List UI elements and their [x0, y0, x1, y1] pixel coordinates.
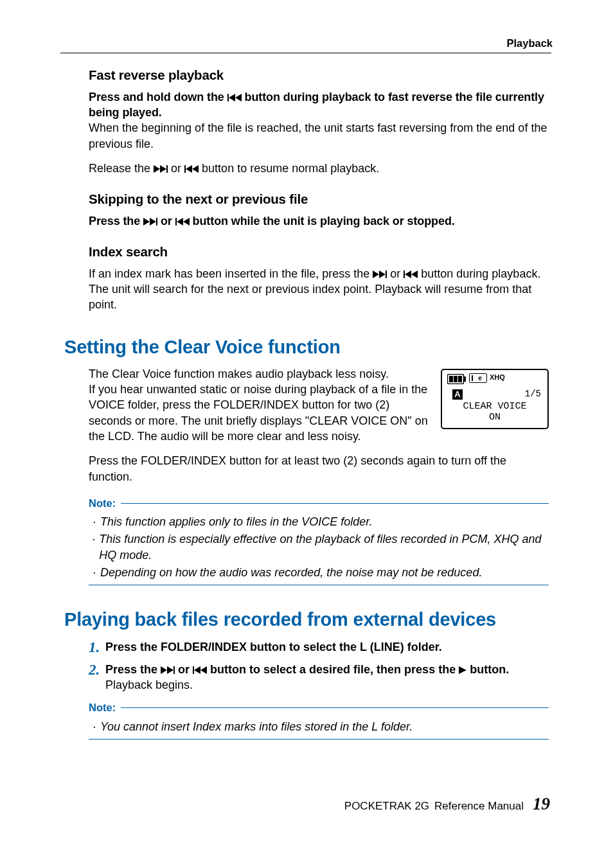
battery-icon	[447, 374, 466, 384]
header-rule	[60, 53, 551, 53]
step-subtext: Playback begins.	[105, 677, 549, 693]
heading-skipping: Skipping to the next or previous file	[89, 190, 549, 208]
text: Release the	[89, 162, 154, 175]
svg-marker-31	[200, 666, 207, 674]
text: button to select a desired file, then pr…	[207, 663, 459, 676]
svg-marker-10	[150, 218, 156, 226]
note-end-rule	[89, 739, 549, 740]
text: or	[175, 663, 193, 676]
svg-rect-6	[184, 165, 186, 173]
note-list-1: ·This function applies only to files in …	[89, 510, 549, 580]
play-icon	[459, 666, 466, 674]
text: button.	[466, 663, 509, 676]
lcd-illustration: e XHQ A 1/5 CLEAR VOICE ON	[441, 369, 549, 429]
note-header-2: Note:	[89, 700, 549, 714]
text: Press the	[89, 215, 143, 227]
text: If an index mark has been inserted in th…	[89, 267, 373, 280]
svg-marker-1	[229, 94, 235, 102]
svg-marker-16	[379, 270, 386, 278]
heading-fast-reverse: Fast reverse playback	[89, 66, 549, 84]
svg-rect-22	[449, 376, 453, 382]
note-header: Note:	[89, 496, 549, 510]
step-number: 1.	[89, 639, 105, 655]
svg-marker-15	[373, 270, 379, 278]
text: Press and hold down the	[89, 91, 227, 103]
note-item: This function applies only to files in t…	[100, 514, 373, 529]
block-index: If an index mark has been inserted in th…	[89, 266, 549, 313]
text: button while the unit is playing back or…	[190, 215, 455, 227]
steps-list: 1. Press the FOLDER/INDEX button to sele…	[89, 639, 549, 693]
step-number: 2.	[89, 662, 105, 693]
text: The unit will search for the next or pre…	[89, 281, 549, 313]
lcd-mode: XHQ	[490, 373, 505, 382]
svg-marker-32	[459, 666, 466, 674]
footer-product: POCKETRAK 2G	[344, 799, 429, 814]
block-skipping: Press the or button while the unit is pl…	[89, 213, 549, 229]
skip-next-icon	[143, 218, 157, 226]
text: or	[157, 215, 175, 227]
skip-next-icon	[161, 666, 175, 674]
skip-prev-icon	[404, 270, 418, 278]
block-clear-voice: e XHQ A 1/5 CLEAR VOICE ON The Clear Voi…	[89, 366, 549, 484]
svg-marker-27	[167, 666, 173, 674]
block-fast-reverse: Press and hold down the button during pl…	[89, 89, 549, 176]
note-item: Depending on how the audio was recorded,…	[100, 565, 482, 580]
note-label: Note:	[89, 700, 116, 714]
note-item: This function is especially effective on…	[99, 531, 549, 563]
heading-clear-voice: Setting the Clear Voice function	[64, 335, 549, 360]
skip-next-icon	[373, 270, 387, 278]
note-label: Note:	[89, 496, 116, 510]
svg-rect-24	[458, 376, 462, 382]
svg-marker-8	[192, 165, 199, 173]
svg-marker-14	[183, 218, 190, 226]
text: or	[387, 267, 404, 280]
heading-index-search: Index search	[89, 243, 549, 261]
skip-prev-icon	[193, 666, 207, 674]
text: button during playback.	[418, 267, 540, 280]
text: Press the FOLDER/INDEX button for at lea…	[89, 453, 549, 484]
svg-marker-3	[154, 165, 160, 173]
heading-external: Playing back files recorded from externa…	[64, 607, 549, 632]
svg-marker-19	[405, 270, 411, 278]
header-section-label: Playback	[506, 36, 553, 50]
lcd-count: 1/5	[525, 388, 541, 400]
svg-marker-2	[235, 94, 242, 102]
svg-rect-25	[464, 376, 466, 382]
sd-icon: e	[469, 373, 487, 383]
svg-marker-9	[143, 218, 150, 226]
svg-marker-20	[411, 270, 418, 278]
svg-marker-7	[186, 165, 192, 173]
svg-marker-26	[161, 666, 167, 674]
skip-prev-icon	[184, 165, 199, 173]
text: or	[168, 162, 184, 175]
note-item: You cannot insert Index marks into files…	[100, 719, 413, 734]
svg-marker-4	[160, 165, 166, 173]
lcd-line2: ON	[442, 411, 547, 424]
svg-rect-23	[454, 376, 458, 382]
note-end-rule	[89, 585, 549, 585]
svg-marker-30	[194, 666, 200, 674]
text: Press the	[105, 663, 161, 676]
skip-next-icon	[154, 165, 168, 173]
skip-prev-icon	[227, 94, 242, 102]
svg-rect-0	[227, 94, 229, 102]
page-number: 19	[533, 792, 550, 815]
note-list-2: ·You cannot insert Index marks into file…	[89, 715, 549, 734]
lcd-folder: A	[452, 389, 463, 400]
text: When the beginning of the file is reache…	[89, 120, 549, 152]
skip-prev-icon	[175, 218, 190, 226]
text: button to resume normal playback.	[199, 162, 379, 175]
footer-doc: Reference Manual	[434, 799, 524, 814]
svg-rect-18	[404, 270, 405, 278]
svg-rect-12	[175, 218, 177, 226]
footer: POCKETRAK 2G Reference Manual 19	[344, 792, 550, 815]
page-content: Fast reverse playback Press and hold dow…	[64, 66, 549, 740]
svg-rect-29	[193, 666, 194, 674]
svg-marker-13	[177, 218, 183, 226]
step-text: Press the FOLDER/INDEX button to select …	[105, 641, 442, 653]
